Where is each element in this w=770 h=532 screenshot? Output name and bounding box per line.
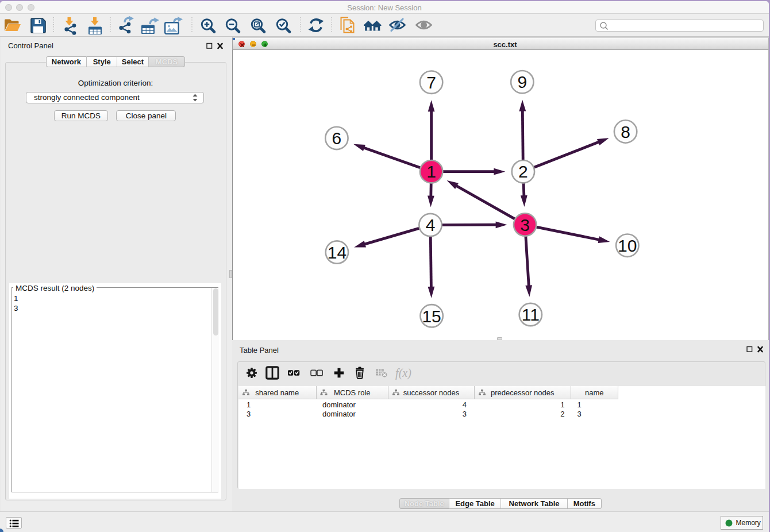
svg-text:9: 9 <box>517 72 527 91</box>
svg-text:3: 3 <box>520 215 530 234</box>
svg-text:14: 14 <box>328 243 346 262</box>
svg-text:1: 1 <box>426 162 436 181</box>
svg-text:10: 10 <box>618 236 637 255</box>
svg-text:11: 11 <box>522 305 540 324</box>
svg-text:7: 7 <box>426 73 436 92</box>
svg-text:15: 15 <box>422 307 441 326</box>
svg-text:4: 4 <box>426 215 436 234</box>
svg-text:f(x): f(x) <box>395 367 411 380</box>
svg-text:8: 8 <box>621 122 630 141</box>
svg-text:2: 2 <box>518 162 528 181</box>
svg-text:6: 6 <box>332 129 342 148</box>
